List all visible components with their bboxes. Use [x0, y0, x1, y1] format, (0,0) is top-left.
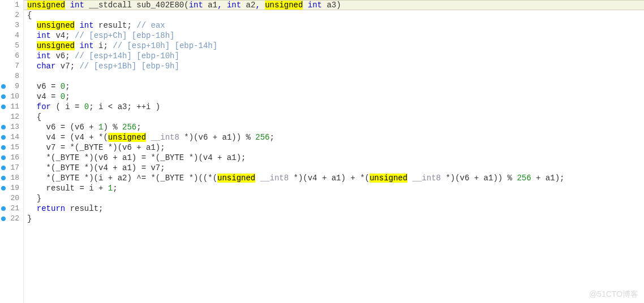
breakpoint-marker[interactable]: [0, 51, 7, 61]
code-line[interactable]: for ( i = 0; i < a3; ++i ): [24, 102, 644, 112]
line-number: 5: [7, 41, 23, 51]
token-txt: [27, 112, 37, 122]
code-line[interactable]: int v6; // [esp+14h] [ebp-10h]: [24, 51, 644, 61]
breakpoint-marker[interactable]: [0, 173, 7, 183]
token-txt: v7 = *(_BYTE *)(v6 + a1);: [27, 143, 165, 152]
token-txt: v4 =: [27, 92, 61, 101]
token-txt: [27, 41, 37, 50]
gutter-row: 2: [0, 10, 23, 20]
line-number: 8: [7, 71, 23, 81]
gutter-row: 8: [0, 71, 23, 81]
breakpoint-marker[interactable]: [0, 214, 7, 224]
token-txt: v6 = (v6 +: [27, 123, 98, 132]
gutter: 12345678910111213141516171819202122: [0, 0, 24, 303]
token-txt: + a1);: [531, 174, 565, 183]
code-line[interactable]: *(_BYTE *)(v4 + a1) = v7;: [24, 163, 644, 173]
code-line[interactable]: v4 = 0;: [24, 92, 644, 102]
breakpoint-marker[interactable]: [0, 183, 7, 193]
code-line[interactable]: v6 = 0;: [24, 81, 644, 92]
code-line[interactable]: return result;: [24, 204, 644, 214]
token-txt: *)(v4 + a1) + *(: [289, 174, 370, 183]
code-line[interactable]: unsigned int __stdcall sub_402E80(int a1…: [24, 0, 644, 10]
token-br: {: [27, 11, 32, 20]
token-hl: unsigned: [108, 133, 146, 142]
token-num: 1: [108, 184, 113, 193]
code-line[interactable]: char v7; // [esp+1Bh] [ebp-9h]: [24, 61, 644, 71]
token-cmt: // [esp+14h] [ebp-10h]: [75, 51, 179, 60]
line-number: 3: [7, 20, 23, 31]
token-hl: unsigned: [265, 1, 303, 10]
code-line[interactable]: unsigned int result; // eax: [24, 20, 644, 31]
token-txt: *(_BYTE *)(v4 + a1) = v7;: [27, 163, 165, 172]
breakpoint-marker[interactable]: [0, 204, 7, 214]
breakpoint-marker[interactable]: [0, 142, 7, 153]
token-num: 0: [61, 82, 65, 91]
line-number: 20: [7, 193, 23, 204]
code-line[interactable]: v6 = (v6 + 1) % 256;: [24, 122, 644, 132]
token-txt: [255, 174, 260, 183]
token-num: 0: [61, 92, 65, 101]
token-ty: int: [79, 41, 93, 50]
breakpoint-marker[interactable]: [0, 81, 7, 92]
token-dimkw: __int8: [260, 174, 289, 183]
token-txt: a3): [322, 1, 341, 10]
breakpoint-marker[interactable]: [0, 10, 7, 20]
token-hl: unsigned: [27, 1, 65, 10]
line-number: 22: [7, 214, 23, 224]
breakpoint-marker[interactable]: [0, 122, 7, 132]
code-line[interactable]: result = i + 1;: [24, 183, 644, 193]
code-line[interactable]: {: [24, 112, 644, 122]
code-line[interactable]: {: [24, 10, 644, 20]
line-number: 9: [7, 81, 23, 92]
code-line[interactable]: }: [24, 193, 644, 204]
token-txt: result;: [94, 21, 137, 30]
token-txt: [260, 1, 265, 10]
breakpoint-marker[interactable]: [0, 31, 7, 41]
breakpoint-marker[interactable]: [0, 112, 7, 122]
breakpoint-marker[interactable]: [0, 61, 7, 71]
code-line[interactable]: *(_BYTE *)(v6 + a1) = *(_BYTE *)(v4 + a1…: [24, 153, 644, 163]
token-txt: a2: [241, 1, 255, 10]
line-number: 11: [7, 102, 23, 112]
breakpoint-marker[interactable]: [0, 163, 7, 173]
code-line[interactable]: v4 = (v4 + *(unsigned __int8 *)(v6 + a1)…: [24, 132, 644, 142]
line-number: 19: [7, 183, 23, 193]
token-cmt: // [esp+Ch] [ebp-18h]: [75, 31, 174, 40]
breakpoint-marker[interactable]: [0, 132, 7, 142]
token-num: 256: [517, 174, 531, 183]
breakpoint-marker[interactable]: [0, 0, 7, 10]
token-hl: unsigned: [37, 41, 75, 50]
breakpoint-marker[interactable]: [0, 193, 7, 204]
code-line[interactable]: int v4; // [esp+Ch] [ebp-18h]: [24, 31, 644, 41]
token-br: }: [37, 194, 41, 203]
token-ty: int: [37, 31, 51, 40]
code-line[interactable]: [24, 71, 644, 81]
token-txt: v4;: [51, 31, 75, 40]
code-line[interactable]: }: [24, 214, 644, 224]
breakpoint-marker[interactable]: [0, 92, 7, 102]
token-txt: [27, 51, 37, 60]
token-txt: v4 = (v4 + *(: [27, 133, 108, 142]
gutter-row: 15: [0, 142, 23, 153]
breakpoint-marker[interactable]: [0, 102, 7, 112]
breakpoint-marker[interactable]: [0, 41, 7, 51]
token-num: 256: [255, 133, 269, 142]
token-txt: [27, 31, 37, 40]
code-line[interactable]: *(_BYTE *)(i + a2) ^= *(_BYTE *)((*(unsi…: [24, 173, 644, 183]
token-txt: v6 =: [27, 82, 61, 91]
code-line[interactable]: unsigned int i; // [esp+10h] [ebp-14h]: [24, 41, 644, 51]
token-br: {: [37, 112, 41, 122]
token-txt: *(_BYTE *)(v6 + a1) = *(_BYTE *)(v4 + a1…: [27, 153, 246, 162]
token-hl: unsigned: [370, 174, 407, 183]
breakpoint-marker[interactable]: [0, 20, 7, 31]
line-number: 1: [7, 0, 23, 10]
gutter-row: 11: [0, 102, 23, 112]
code-line[interactable]: v7 = *(_BYTE *)(v6 + a1);: [24, 142, 644, 153]
token-txt: ) %: [103, 123, 122, 132]
gutter-row: 20: [0, 193, 23, 204]
breakpoint-marker[interactable]: [0, 71, 7, 81]
breakpoint-marker[interactable]: [0, 153, 7, 163]
token-txt: [27, 194, 37, 203]
token-cmt: // [esp+1Bh] [ebp-9h]: [79, 62, 179, 71]
token-txt: v6;: [51, 51, 75, 60]
